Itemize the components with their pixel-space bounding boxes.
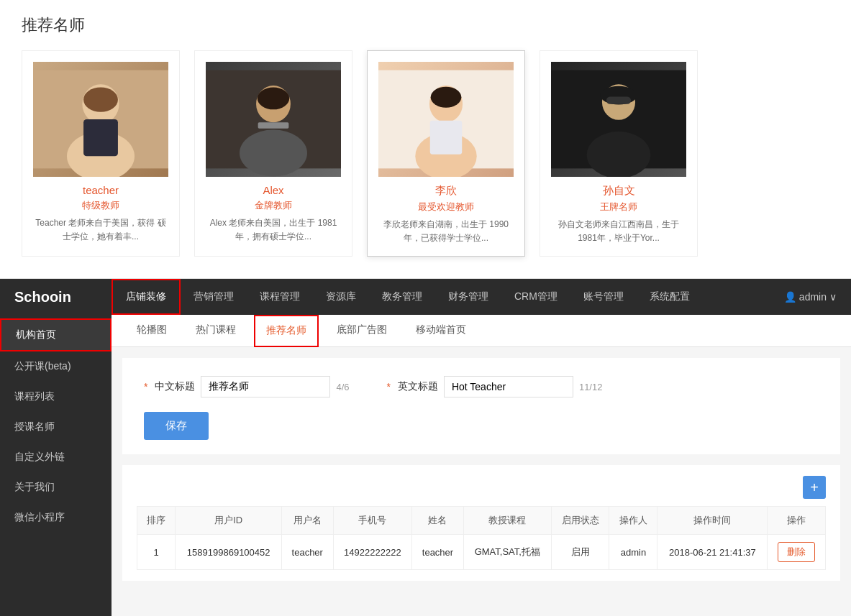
cell-courses: GMAT,SAT,托福 [463, 535, 551, 570]
chinese-char-count: 4/6 [336, 382, 365, 392]
user-icon: 👤 [784, 291, 796, 303]
teacher-photo-1 [33, 62, 168, 177]
col-name: 姓名 [412, 507, 464, 535]
svg-rect-14 [430, 121, 462, 155]
col-userid: 用户ID [176, 507, 281, 535]
chinese-label: 中文标题 [155, 380, 195, 393]
english-title-group: * 英文标题 11/12 [386, 376, 607, 397]
svg-point-17 [587, 132, 651, 177]
admin-username: admin [799, 291, 827, 303]
teacher-name-1: teacher [33, 184, 168, 196]
subnav-bottom-ad[interactable]: 底部广告图 [326, 315, 398, 347]
sidebar-item-customlink[interactable]: 自定义外链 [0, 442, 112, 472]
teacher-name-3: 李欣 [378, 184, 514, 198]
sidebar-item-wechat[interactable]: 微信小程序 [0, 502, 112, 533]
required-star-cn: * [144, 381, 147, 392]
col-time: 操作时间 [657, 507, 768, 535]
preview-area: 推荐名师 teacher 特级教师 Teacher 老师来自于美国，获得 硕士学… [0, 0, 851, 279]
english-char-count: 11/12 [579, 382, 608, 392]
chinese-title-group: * 中文标题 4/6 [144, 376, 365, 397]
teacher-desc-1: Teacher 老师来自于美国，获得 硕士学位，她有着丰... [33, 216, 168, 244]
sidebar-item-home[interactable]: 机构首页 [0, 318, 112, 351]
admin-logo: Schooin [0, 289, 112, 305]
svg-point-8 [258, 88, 289, 110]
teacher-photo-4 [551, 62, 686, 177]
col-operator: 操作人 [609, 507, 657, 535]
admin-nav: 店铺装修 营销管理 课程管理 资源库 教务管理 财务管理 CRM管理 账号管理 … [112, 279, 770, 315]
teacher-title-3: 最受欢迎教师 [378, 201, 514, 213]
admin-user[interactable]: 👤 admin ∨ [770, 291, 851, 303]
teacher-card-1: teacher 特级教师 Teacher 老师来自于美国，获得 硕士学位，她有着… [22, 50, 180, 257]
sidebar-item-opencourse[interactable]: 公开课(beta) [0, 351, 112, 382]
teacher-desc-3: 李欣老师来自湖南，出生于 1990年，已获得学士学位... [378, 218, 514, 245]
svg-point-7 [240, 130, 307, 177]
nav-item-resource[interactable]: 资源库 [313, 279, 369, 315]
teacher-title-2: 金牌教师 [206, 199, 341, 212]
cell-operator: admin [609, 535, 657, 570]
teacher-name-4: 孙自文 [551, 184, 686, 198]
cell-phone: 14922222222 [333, 535, 412, 570]
form-area: * 中文标题 4/6 * 英文标题 11/12 保存 [122, 358, 840, 454]
nav-item-academic[interactable]: 教务管理 [369, 279, 435, 315]
save-button[interactable]: 保存 [144, 412, 209, 440]
teacher-desc-4: 孙自文老师来自江西南昌，生于1981年，毕业于Yor... [551, 218, 686, 245]
cell-time: 2018-06-21 21:41:37 [657, 535, 768, 570]
subnav-slideshow[interactable]: 轮播图 [126, 315, 178, 347]
col-order: 排序 [137, 507, 176, 535]
col-username: 用户名 [281, 507, 333, 535]
content-area: 轮播图 热门课程 推荐名师 底部广告图 移动端首页 * 中文标题 4/6 * 英… [112, 315, 851, 616]
svg-rect-19 [606, 96, 631, 104]
sub-nav: 轮播图 热门课程 推荐名师 底部广告图 移动端首页 [112, 315, 851, 347]
teacher-card-3: 李欣 最受欢迎教师 李欣老师来自湖南，出生于 1990年，已获得学士学位... [367, 50, 525, 257]
col-action: 操作 [768, 507, 826, 535]
teacher-card-4: 孙自文 王牌名师 孙自文老师来自江西南昌，生于1981年，毕业于Yor... [540, 50, 698, 257]
chinese-input[interactable] [201, 376, 330, 397]
nav-item-course[interactable]: 课程管理 [247, 279, 313, 315]
cell-order: 1 [137, 535, 176, 570]
required-star-en: * [386, 381, 390, 392]
sidebar-item-courselist[interactable]: 课程列表 [0, 382, 112, 412]
cell-username: teacher [281, 535, 333, 570]
teacher-name-2: Alex [206, 184, 341, 196]
add-teacher-button[interactable]: + [803, 476, 826, 499]
nav-item-marketing[interactable]: 营销管理 [181, 279, 247, 315]
subnav-mobile-home[interactable]: 移动端首页 [405, 315, 477, 347]
cell-status: 启用 [551, 535, 609, 570]
sidebar-item-about[interactable]: 关于我们 [0, 472, 112, 502]
sidebar: 机构首页 公开课(beta) 课程列表 授课名师 自定义外链 关于我们 微信小程… [0, 315, 112, 616]
col-status: 启用状态 [551, 507, 609, 535]
teachers-table: 排序 用户ID 用户名 手机号 姓名 教授课程 启用状态 操作人 操作时间 操作 [137, 506, 826, 570]
preview-title: 推荐名师 [22, 14, 829, 36]
teacher-cards: teacher 特级教师 Teacher 老师来自于美国，获得 硕士学位，她有着… [22, 50, 829, 257]
nav-item-crm[interactable]: CRM管理 [501, 279, 570, 315]
teacher-photo-3 [378, 62, 514, 177]
table-row: 1 1589199869100452 teacher 14922222222 t… [137, 535, 826, 570]
table-header-row: + [137, 476, 826, 499]
teacher-photo-2 [206, 62, 341, 177]
nav-item-account[interactable]: 账号管理 [570, 279, 637, 315]
svg-point-3 [83, 88, 118, 112]
cell-name: teacher [412, 535, 464, 570]
svg-point-13 [431, 87, 462, 108]
main-layout: 机构首页 公开课(beta) 课程列表 授课名师 自定义外链 关于我们 微信小程… [0, 315, 851, 616]
dropdown-icon: ∨ [829, 291, 837, 303]
delete-button-1[interactable]: 删除 [778, 542, 815, 562]
teacher-title-1: 特级教师 [33, 199, 168, 212]
teacher-card-2: Alex 金牌教师 Alex 老师来自美国，出生于 1981年，拥有硕士学位..… [194, 50, 352, 257]
nav-item-finance[interactable]: 财务管理 [435, 279, 501, 315]
admin-bar: Schooin 店铺装修 营销管理 课程管理 资源库 教务管理 财务管理 CRM… [0, 279, 851, 315]
english-label: 英文标题 [398, 380, 438, 393]
cell-userid: 1589199869100452 [176, 535, 281, 570]
col-phone: 手机号 [333, 507, 412, 535]
svg-rect-4 [83, 119, 118, 156]
col-courses: 教授课程 [463, 507, 551, 535]
subnav-hot-courses[interactable]: 热门课程 [185, 315, 247, 347]
subnav-recommended-teachers[interactable]: 推荐名师 [254, 315, 319, 347]
nav-item-system[interactable]: 系统配置 [637, 279, 703, 315]
table-area: + 排序 用户ID 用户名 手机号 姓名 教授课程 启用状态 操作人 操作时间 … [122, 465, 840, 581]
svg-rect-9 [258, 122, 289, 129]
english-input[interactable] [444, 376, 573, 397]
nav-item-shop[interactable]: 店铺装修 [112, 279, 181, 315]
sidebar-item-teachers[interactable]: 授课名师 [0, 412, 112, 442]
cell-action: 删除 [768, 535, 826, 570]
